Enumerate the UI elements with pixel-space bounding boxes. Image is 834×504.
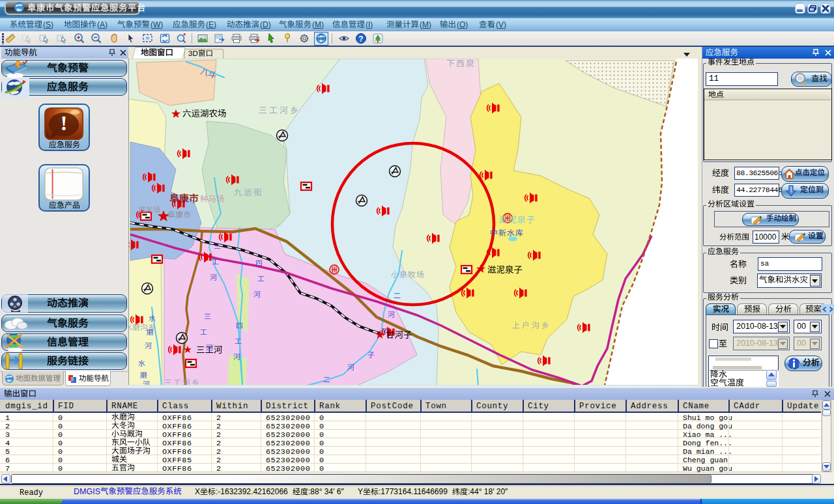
svg-text:Y: Y xyxy=(358,487,363,496)
svg-text:?: ? xyxy=(358,35,363,44)
svg-text:DMGIS: DMGIS xyxy=(74,487,100,496)
svg-text:X: X xyxy=(195,487,200,496)
svg-text::88° 34′ 6″: :88° 34′ 6″ xyxy=(308,487,344,496)
svg-text::44° 18′ 20″: :44° 18′ 20″ xyxy=(468,487,508,496)
svg-text::-1632392.42162066: :-1632392.42162066 xyxy=(216,487,288,496)
svg-text:!: ! xyxy=(61,112,68,135)
svg-text::1773164.11646699: :1773164.11646699 xyxy=(379,487,448,496)
